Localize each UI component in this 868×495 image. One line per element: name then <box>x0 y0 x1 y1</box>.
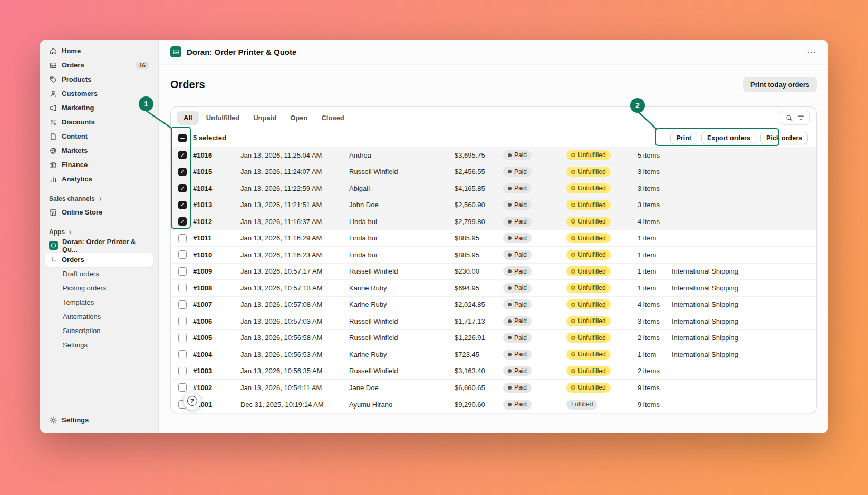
tab-all[interactable]: All <box>177 111 199 125</box>
order-id[interactable]: #1008 <box>193 284 240 292</box>
fulfillment-status-label: Fulfilled <box>571 401 593 408</box>
table-row[interactable]: #1005 Jan 13, 2026, 10:56:58 AM Russell … <box>171 330 816 347</box>
sidebar-subitem-automations[interactable]: Automations <box>45 309 153 324</box>
sidebar-subitem-draft-orders[interactable]: Draft orders <box>45 267 153 281</box>
print-button[interactable]: Print <box>670 132 697 144</box>
order-id[interactable]: #1014 <box>193 185 240 192</box>
table-row[interactable]: #1001 Dec 31, 2025, 10:19:14 AM Ayumu Hi… <box>171 396 816 413</box>
fulfillment-status-label: Unfulfilled <box>578 168 606 176</box>
order-id[interactable]: #1003 <box>193 367 240 375</box>
sidebar-item-home[interactable]: Home <box>45 44 153 58</box>
table-row[interactable]: #1014 Jan 13, 2026, 11:22:59 AM Abigail … <box>171 180 816 197</box>
apps-section[interactable]: Apps <box>45 226 153 238</box>
payment-status-badge: Paid <box>503 233 532 243</box>
sidebar-subitem-picking-orders[interactable]: Picking orders <box>45 281 153 295</box>
table-row[interactable]: #1009 Jan 13, 2026, 10:57:17 AM Russell … <box>171 264 816 280</box>
order-total: $2,560.90 <box>455 201 503 209</box>
row-checkbox[interactable] <box>178 184 187 192</box>
tab-unpaid[interactable]: Unpaid <box>247 111 283 125</box>
row-checkbox[interactable] <box>178 217 187 226</box>
sidebar-item-settings[interactable]: Settings <box>45 413 153 427</box>
order-id[interactable]: #1013 <box>193 201 240 209</box>
order-customer: Russell Winfield <box>349 168 455 176</box>
sidebar-item-markets[interactable]: Markets <box>45 143 153 158</box>
table-row[interactable]: #1010 Jan 13, 2026, 11:16:23 AM Linda bu… <box>171 247 816 264</box>
order-id[interactable]: #1011 <box>193 234 240 242</box>
row-checkbox[interactable] <box>178 234 187 242</box>
overflow-menu-button[interactable]: ⋯ <box>807 46 817 58</box>
sidebar-item-analytics[interactable]: Analytics <box>45 172 153 186</box>
order-id[interactable]: #1010 <box>193 251 240 259</box>
sidebar-item-content[interactable]: Content <box>45 129 153 143</box>
export-orders-button[interactable]: Export orders <box>701 132 756 144</box>
sidebar-subitem-templates[interactable]: Templates <box>45 295 153 309</box>
sidebar-item-discounts[interactable]: Discounts <box>45 115 153 129</box>
table-row[interactable]: #1013 Jan 13, 2026, 11:21:51 AM John Doe… <box>171 197 816 214</box>
tab-unfulfilled[interactable]: Unfulfilled <box>200 111 246 125</box>
row-checkbox[interactable] <box>178 201 187 209</box>
table-row[interactable]: #1002 Jan 13, 2026, 10:54:11 AM Jane Doe… <box>171 380 816 396</box>
pick-orders-button[interactable]: Pick orders <box>760 132 808 144</box>
order-items-count: 1 item <box>638 351 672 358</box>
row-checkbox[interactable] <box>178 168 187 176</box>
sidebar-item-customers[interactable]: Customers <box>45 86 153 101</box>
sidebar-item-finance[interactable]: Finance <box>45 158 153 172</box>
table-row[interactable]: #1007 Jan 13, 2026, 10:57:08 AM Karine R… <box>171 297 816 314</box>
table-row[interactable]: #1015 Jan 13, 2026, 11:24:07 AM Russell … <box>171 164 816 181</box>
table-row[interactable]: #1016 Jan 13, 2026, 11:25:04 AM Andrea $… <box>171 147 816 164</box>
sidebar-subitem-label: Draft orders <box>63 270 99 278</box>
order-id[interactable]: #1004 <box>193 351 240 358</box>
order-total: $2,799.80 <box>455 218 503 226</box>
order-id[interactable]: #1005 <box>193 334 240 342</box>
table-row[interactable]: #1012 Jan 13, 2026, 11:16:37 AM Linda bu… <box>171 213 816 230</box>
order-id[interactable]: #1007 <box>193 300 240 308</box>
sidebar-item-online-store[interactable]: Online Store <box>45 205 153 219</box>
order-id[interactable]: #1012 <box>193 218 240 226</box>
app-window: Home Orders 16 Products Customers Market… <box>40 40 828 433</box>
search-and-filter-button[interactable] <box>780 111 810 125</box>
help-button[interactable]: ? <box>183 392 201 410</box>
row-checkbox[interactable] <box>178 383 187 392</box>
select-all-checkbox[interactable] <box>178 134 187 142</box>
table-row[interactable]: #1004 Jan 13, 2026, 10:56:53 AM Karine R… <box>171 346 816 363</box>
sidebar-subitem-orders[interactable]: Orders <box>45 253 153 267</box>
order-items-count: 2 items <box>638 367 672 375</box>
sidebar-item-marketing[interactable]: Marketing <box>45 101 153 115</box>
sidebar-item-orders[interactable]: Orders 16 <box>45 58 153 72</box>
row-checkbox[interactable] <box>178 317 187 325</box>
row-checkbox[interactable] <box>178 300 187 309</box>
order-date: Jan 13, 2026, 10:56:58 AM <box>240 334 349 342</box>
row-checkbox[interactable] <box>178 250 187 259</box>
order-id[interactable]: #1002 <box>193 384 240 392</box>
row-checkbox[interactable] <box>178 151 187 159</box>
order-items-count: 4 items <box>638 300 672 308</box>
table-row[interactable]: #1008 Jan 13, 2026, 10:57:13 AM Karine R… <box>171 280 816 297</box>
sidebar-subitem-subscription[interactable]: Subscription <box>45 324 153 338</box>
content-file-icon <box>49 132 57 141</box>
order-id[interactable]: #1016 <box>193 151 240 159</box>
row-checkbox[interactable] <box>178 334 187 342</box>
sidebar-item-products[interactable]: Products <box>45 72 153 86</box>
table-row[interactable]: #1011 Jan 13, 2026, 11:16:29 AM Linda bu… <box>171 230 816 247</box>
sidebar-subitem-settings[interactable]: Settings <box>45 338 153 352</box>
tab-closed[interactable]: Closed <box>315 111 350 125</box>
payment-status-label: Paid <box>514 201 527 209</box>
sidebar-item-doran-app[interactable]: Doran: Order Printer & Qu... <box>45 238 153 253</box>
table-row[interactable]: #1006 Jan 13, 2026, 10:57:03 AM Russell … <box>171 313 816 330</box>
fulfillment-status-badge: Unfulfilled <box>566 350 611 360</box>
row-checkbox[interactable] <box>178 284 187 292</box>
fulfillment-status-badge: Unfulfilled <box>566 299 611 309</box>
order-id[interactable]: #1015 <box>193 168 240 176</box>
print-today-orders-button[interactable]: Print today orders <box>743 77 817 92</box>
unfulfilled-ring-icon <box>571 336 575 340</box>
row-checkbox[interactable] <box>178 267 187 276</box>
row-checkbox[interactable] <box>178 350 187 358</box>
order-total: $2,024.85 <box>455 300 503 308</box>
sales-channels-section[interactable]: Sales channels <box>45 192 153 205</box>
fulfillment-status-badge: Fulfilled <box>566 400 597 410</box>
order-id[interactable]: #1006 <box>193 317 240 325</box>
table-row[interactable]: #1003 Jan 13, 2026, 10:56:35 AM Russell … <box>171 363 816 380</box>
tab-open[interactable]: Open <box>284 111 314 125</box>
order-id[interactable]: #1009 <box>193 267 240 275</box>
row-checkbox[interactable] <box>178 367 187 375</box>
